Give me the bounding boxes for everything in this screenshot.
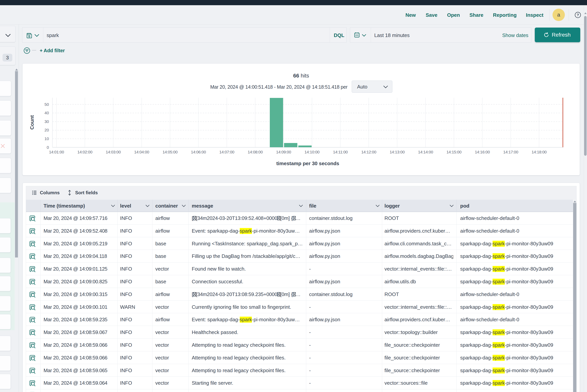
svg-text:14:07:00: 14:07:00 [219,150,234,154]
svg-text:14:15:00: 14:15:00 [446,150,462,154]
svg-text:40: 40 [44,110,49,115]
svg-text:14:06:00: 14:06:00 [191,150,206,154]
svg-text:30: 30 [44,119,49,124]
svg-text:14:10:00: 14:10:00 [304,150,320,154]
svg-text:14:17:00: 14:17:00 [503,150,518,154]
svg-text:14:16:00: 14:16:00 [475,150,490,154]
svg-text:14:03:00: 14:03:00 [106,150,121,154]
svg-text:14:09:00: 14:09:00 [276,150,291,154]
svg-text:14:08:00: 14:08:00 [248,150,263,154]
svg-text:20: 20 [44,128,49,132]
svg-text:0: 0 [47,145,49,150]
svg-text:14:02:00: 14:02:00 [77,150,92,154]
svg-text:14:04:00: 14:04:00 [134,150,149,154]
svg-text:timestamp per 30 seconds: timestamp per 30 seconds [276,160,339,166]
svg-text:14:01:00: 14:01:00 [49,150,64,154]
svg-text:14:11:00: 14:11:00 [333,150,348,154]
svg-text:10: 10 [44,136,49,141]
svg-text:50: 50 [44,102,49,106]
svg-text:14:14:00: 14:14:00 [418,150,433,154]
svg-text:?: ? [577,13,579,17]
svg-text:14:18:00: 14:18:00 [532,150,547,154]
svg-text:14:13:00: 14:13:00 [390,150,405,154]
svg-text:14:12:00: 14:12:00 [361,150,376,154]
svg-text:Count: Count [29,115,35,130]
svg-text:14:05:00: 14:05:00 [162,150,178,154]
